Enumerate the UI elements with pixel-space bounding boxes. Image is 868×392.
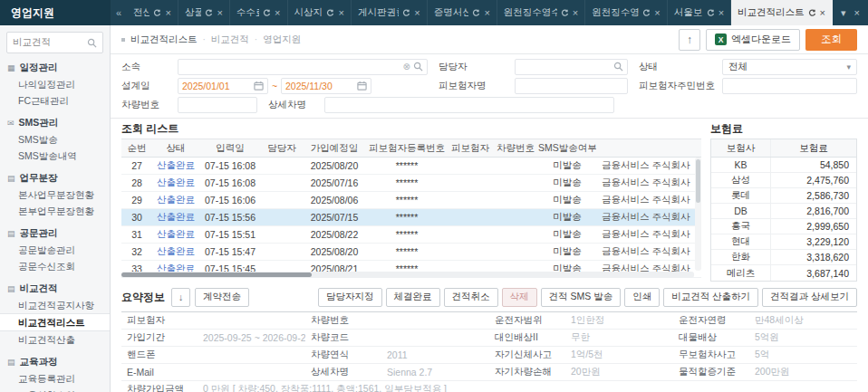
car-no-input[interactable] [182,100,253,110]
tab[interactable]: 증명서신청관리× [428,0,497,25]
tab-refresh-icon[interactable] [326,9,334,17]
status-select[interactable]: 전체 ▾ [722,59,857,75]
tab-close-icon[interactable]: × [484,7,489,18]
print-button[interactable]: 인쇄 [624,288,660,307]
calculate-quote-button[interactable]: 비교견적 산출하기 [663,288,758,307]
calendar-icon[interactable] [357,81,367,91]
sidebar-item[interactable]: 비교견적산출 [0,331,110,348]
sidebar-section-official-doc[interactable]: ▤공문관리 [0,224,110,242]
date-from-input[interactable] [182,81,251,91]
sidebar-item-active[interactable]: 비교견적리스트 [0,313,110,331]
tab-refresh-icon[interactable] [205,9,213,17]
collapse-summary-button[interactable]: ↓ [171,288,190,307]
scroll-top-button[interactable]: ↑ [679,29,700,51]
sidebar-item[interactable]: 교육등록관리 [0,370,110,387]
sidebar-item[interactable]: 본부업무분장현황 [0,203,110,219]
search-icon[interactable] [87,38,97,48]
sidebar-search-input[interactable] [13,37,83,48]
quote-detail-button[interactable]: 견적결과 상세보기 [762,288,857,307]
clear-icon[interactable]: ⊗ [403,62,410,72]
insured-ssn-input[interactable] [727,81,853,91]
quote-sms-send-button[interactable]: 견적 SMS 발송 [541,288,622,307]
close-all-icon[interactable]: × [854,7,860,18]
premium-row[interactable]: 롯데2,586,730 [711,188,856,204]
sidebar-item[interactable]: 본사업무분장현황 [0,186,110,203]
breadcrumb-item[interactable]: 영업지원 [263,33,301,46]
tab-close-icon[interactable]: × [217,7,222,18]
tab-scroll-left-button[interactable]: « [111,0,127,25]
sidebar-item[interactable]: 나의일정관리 [0,76,110,92]
tab-close-icon[interactable]: × [165,7,170,18]
breadcrumb-item[interactable]: 비교견적 [211,33,249,46]
insured-name-input[interactable] [519,81,623,91]
table-row[interactable]: 32산출완료07-15 15:472025/08/20******미발송금융서비… [121,244,701,261]
sidebar-section-duty[interactable]: ▤업무분장 [0,168,110,186]
sidebar-item[interactable]: SMS발송 [0,131,110,148]
table-row[interactable]: 31산출완료07-15 15:512025/08/22******미발송금융서비… [121,226,701,244]
tab-refresh-icon[interactable] [707,9,715,17]
tab-close-icon[interactable]: × [654,7,660,18]
horizontal-scrollbar-thumb[interactable] [121,272,312,277]
tab-close-icon[interactable]: × [414,7,420,18]
tab-close-icon[interactable]: × [820,7,825,18]
tab[interactable]: 서울보증보험× [668,0,731,25]
search-submit-button[interactable]: 조회 [805,29,857,51]
tab[interactable]: 전산요청× [127,0,178,25]
premium-row[interactable]: 현대3,229,120 [711,234,856,250]
org-input[interactable] [182,62,400,72]
date-to-input[interactable] [285,81,354,91]
tab[interactable]: 상품전략× [178,0,230,25]
search-icon[interactable] [413,62,423,72]
tab-refresh-icon[interactable] [153,9,161,17]
sidebar-item[interactable]: FC근태관리 [0,92,110,109]
tab[interactable]: 수수료공지× [230,0,288,25]
sidebar-section-quote[interactable]: ▤비교견적 [0,279,110,297]
tab-close-icon[interactable]: × [275,7,280,18]
breadcrumb-item[interactable]: 비교견적리스트 [130,33,198,46]
vertical-scrollbar[interactable] [695,158,701,271]
tab-refresh-icon[interactable] [472,9,480,17]
sidebar-section-schedule[interactable]: ▦일정관리 [0,58,110,76]
tab[interactable]: 게시판권한테스트× [352,0,428,25]
premium-row[interactable]: DB2,816,700 [711,204,856,219]
tab-close-icon[interactable]: × [573,7,578,18]
manager-input[interactable] [519,62,611,72]
assign-manager-button[interactable]: 담당자지정 [318,288,382,307]
sidebar-section-education[interactable]: ▤교육과정 [0,352,110,370]
tab-refresh-icon[interactable] [402,9,410,17]
tab[interactable]: 시상지급내역× [288,0,352,25]
contract-send-button[interactable]: 계약전송 [195,288,249,307]
sidebar-item[interactable]: 공문수신조회 [0,258,110,274]
tab-refresh-icon[interactable] [561,9,569,17]
tab[interactable]: 원천징수영수증업로드× [497,0,585,25]
complete-contract-button[interactable]: 체결완료 [386,288,440,307]
sidebar-section-sms[interactable]: ✉SMS관리 [0,113,110,131]
horizontal-scrollbar[interactable] [121,272,694,278]
search-icon[interactable] [613,62,623,72]
sidebar-item[interactable]: SMS발송내역 [0,148,110,164]
sidebar-item[interactable]: 비교견적공지사항 [0,297,110,313]
tab-refresh-icon[interactable] [263,9,271,17]
premium-row[interactable]: 메리츠3,687,140 [711,265,856,281]
tab[interactable]: 원천징수영수증출력× [585,0,668,25]
premium-row[interactable]: KB54,850 [711,158,856,173]
car-detail-input[interactable] [329,100,610,110]
table-row[interactable]: 27산출완료07-15 16:082025/08/20******미발송금융서비… [121,158,701,175]
delete-button[interactable]: 삭제 [502,288,537,307]
excel-download-button[interactable]: X엑셀다운로드 [706,29,800,51]
table-row-selected[interactable]: 30산출완료07-15 15:562025/07/15******미발송금융서비… [121,209,701,226]
vertical-scrollbar-thumb[interactable] [696,159,700,203]
premium-row[interactable]: 삼성2,475,760 [711,173,856,188]
cancel-quote-button[interactable]: 견적취소 [444,288,498,307]
sidebar-item[interactable]: 공문발송관리 [0,242,110,258]
tab-list-chevron-icon[interactable]: ▾ [841,7,846,19]
table-row[interactable]: 29산출완료07-15 16:062025/08/06******미발송금융서비… [121,192,701,209]
tab-close-icon[interactable]: × [719,7,724,18]
tab-close-icon[interactable]: × [338,7,343,18]
premium-row[interactable]: 한화3,318,620 [711,250,856,265]
sidebar-item[interactable]: 교육신청승인 [0,387,110,392]
premium-row[interactable]: 흥국2,999,650 [711,219,856,234]
tab-active[interactable]: 비교견적리스트× [731,0,833,25]
tab-refresh-icon[interactable] [642,9,651,17]
tab-refresh-icon[interactable] [808,9,816,17]
